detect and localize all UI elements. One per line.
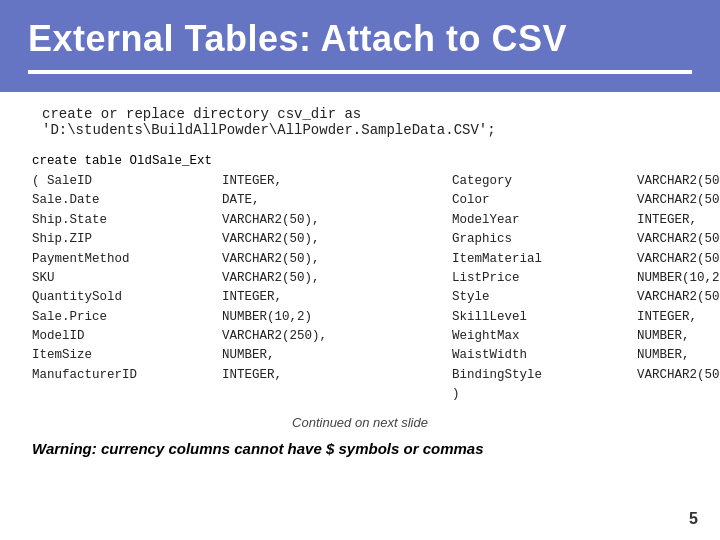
code-col1-item-5: SKU xyxy=(32,269,222,288)
code-col2-item-8: VARCHAR2(250), xyxy=(222,327,452,346)
code-col4-item-8: NUMBER, xyxy=(637,327,720,346)
code-col3-item-0: Category xyxy=(452,172,637,191)
code-col1: ( SaleID Sale.Date Ship.State Ship.ZIP P… xyxy=(32,172,222,405)
code-col3: CategoryColorModelYearGraphicsItemMateri… xyxy=(452,172,637,405)
code-col1-item-9: ItemSize xyxy=(32,346,222,365)
main-content: create or replace directory csv_dir as '… xyxy=(0,92,720,467)
code-col4-item-7: INTEGER, xyxy=(637,308,720,327)
code-col2-item-7: NUMBER(10,2) xyxy=(222,308,452,327)
code-col3-item-9: WaistWidth xyxy=(452,346,637,365)
header: External Tables: Attach to CSV xyxy=(0,0,720,92)
code-col4-item-9: NUMBER, xyxy=(637,346,720,365)
code-col4-item-5: NUMBER(10,2), xyxy=(637,269,720,288)
slide: External Tables: Attach to CSV create or… xyxy=(0,0,720,540)
code-col2-item-9: NUMBER, xyxy=(222,346,452,365)
page-number: 5 xyxy=(689,510,698,528)
code-col2-item-3: VARCHAR2(50), xyxy=(222,230,452,249)
code-col1-item-4: PaymentMethod xyxy=(32,250,222,269)
warning-text: Warning: currency columns cannot have $ … xyxy=(32,440,688,457)
directory-block: create or replace directory csv_dir as '… xyxy=(42,106,688,138)
code-col1-item-1: Sale.Date xyxy=(32,191,222,210)
code-col3-item-11: ) xyxy=(452,385,637,404)
code-col3-item-2: ModelYear xyxy=(452,211,637,230)
code-col3-item-5: ListPrice xyxy=(452,269,637,288)
code-col2-item-5: VARCHAR2(50), xyxy=(222,269,452,288)
code-col2-item-1: DATE, xyxy=(222,191,452,210)
code-col1-item-6: QuantitySold xyxy=(32,288,222,307)
code-col4-item-10: VARCHAR2(50) xyxy=(637,366,720,385)
code-col2-item-6: INTEGER, xyxy=(222,288,452,307)
code-col1-item-8: ModelID xyxy=(32,327,222,346)
code-col2: INTEGER,DATE,VARCHAR2(50),VARCHAR2(50),V… xyxy=(222,172,452,405)
code-col2-item-10: INTEGER, xyxy=(222,366,452,385)
code-col3-item-3: Graphics xyxy=(452,230,637,249)
code-col4-item-6: VARCHAR2(50), xyxy=(637,288,720,307)
code-col3-item-1: Color xyxy=(452,191,637,210)
code-col2-item-2: VARCHAR2(50), xyxy=(222,211,452,230)
code-col1-item-3: Ship.ZIP xyxy=(32,230,222,249)
code-col1-item-2: Ship.State xyxy=(32,211,222,230)
code-col3-item-8: WeightMax xyxy=(452,327,637,346)
code-col4-item-1: VARCHAR2(50), xyxy=(637,191,720,210)
code-col4-item-3: VARCHAR2(50), xyxy=(637,230,720,249)
code-col3-item-10: BindingStyle xyxy=(452,366,637,385)
directory-line1: create or replace directory csv_dir as xyxy=(42,106,688,122)
code-col1-item-0: ( SaleID xyxy=(32,172,222,191)
code-col4-item-2: INTEGER, xyxy=(637,211,720,230)
directory-line2: 'D:\students\BuildAllPowder\AllPowder.Sa… xyxy=(42,122,688,138)
code-table: ( SaleID Sale.Date Ship.State Ship.ZIP P… xyxy=(32,172,688,405)
continued-text: Continued on next slide xyxy=(32,415,688,430)
slide-title: External Tables: Attach to CSV xyxy=(28,18,692,60)
code-col1-item-10: ManufacturerID xyxy=(32,366,222,385)
code-col3-item-6: Style xyxy=(452,288,637,307)
code-col2-item-0: INTEGER, xyxy=(222,172,452,191)
code-col1-item-7: Sale.Price xyxy=(32,308,222,327)
code-col3-item-4: ItemMaterial xyxy=(452,250,637,269)
code-col4-item-4: VARCHAR2(50), xyxy=(637,250,720,269)
code-intro: create table OldSale_Ext xyxy=(32,154,688,168)
code-col4-item-0: VARCHAR2(50), xyxy=(637,172,720,191)
code-col4: VARCHAR2(50),VARCHAR2(50),INTEGER,VARCHA… xyxy=(637,172,720,405)
code-col2-item-4: VARCHAR2(50), xyxy=(222,250,452,269)
code-col3-item-7: SkillLevel xyxy=(452,308,637,327)
